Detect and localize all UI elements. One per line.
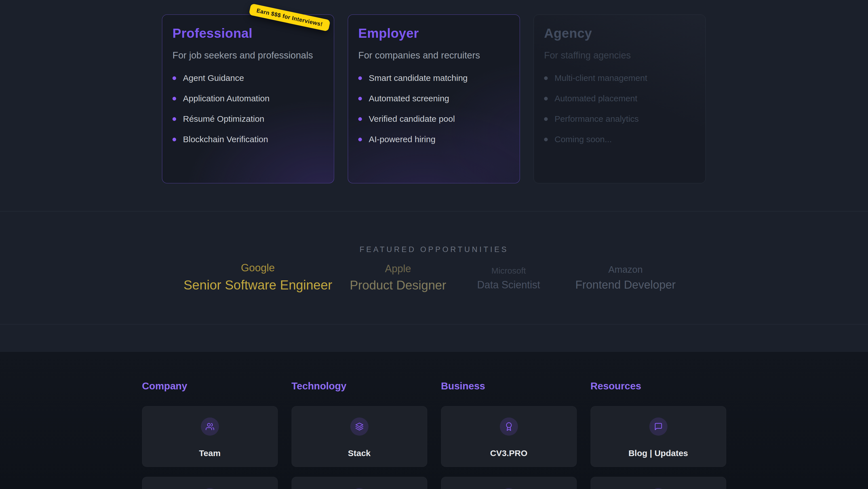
footer-column-business: Business CV3.PRO xyxy=(441,380,577,489)
plan-feature: Application Automation xyxy=(173,94,322,103)
plan-title: Employer xyxy=(358,26,508,40)
users-icon xyxy=(201,418,219,436)
bullet-dot-icon xyxy=(544,138,548,141)
footer-column-technology: Technology Stack xyxy=(291,380,427,489)
job-company: Amazon xyxy=(575,264,676,275)
plan-feature: Smart candidate matching xyxy=(358,74,508,82)
bullet-dot-icon xyxy=(358,138,362,141)
footer-heading: Resources xyxy=(591,380,726,392)
featured-job-apple[interactable]: Apple Product Designer xyxy=(350,263,446,292)
featured-job-microsoft[interactable]: Microsoft Data Scientist xyxy=(477,266,540,291)
plan-title: Professional xyxy=(173,26,322,40)
footer-card-partial[interactable] xyxy=(591,477,726,489)
bullet-dot-icon xyxy=(173,117,176,121)
job-role: Senior Software Engineer xyxy=(184,277,332,293)
site-footer: Company Team Technology Stack xyxy=(0,352,868,489)
bullet-dot-icon xyxy=(173,138,176,141)
footer-card-partial[interactable] xyxy=(142,477,278,489)
bullet-dot-icon xyxy=(544,76,548,80)
plan-feature: AI-powered hiring xyxy=(358,135,508,144)
job-role: Product Designer xyxy=(350,278,446,292)
plan-feature: Résumé Optimization xyxy=(173,115,322,123)
plan-cards-row: Professional For job seekers and profess… xyxy=(162,15,706,183)
footer-heading: Company xyxy=(142,380,278,392)
plan-feature: Verified candidate pool xyxy=(358,115,508,123)
plan-feature: Agent Guidance xyxy=(173,74,322,82)
footer-column-resources: Resources Blog | Updates xyxy=(591,380,726,489)
featured-opportunities-section: FEATURED OPPORTUNITIES Google Senior Sof… xyxy=(0,211,868,324)
bullet-dot-icon xyxy=(173,76,176,80)
plan-feature-list: Agent Guidance Application Automation Ré… xyxy=(173,74,322,144)
plan-feature: Multi-client management xyxy=(544,74,694,82)
footer-card-partial[interactable] xyxy=(291,477,427,489)
footer-column-company: Company Team xyxy=(142,380,278,489)
bullet-dot-icon xyxy=(173,97,176,100)
job-company: Google xyxy=(184,262,332,274)
job-role: Frontend Developer xyxy=(575,279,676,291)
bullet-dot-icon xyxy=(358,117,362,121)
job-company: Apple xyxy=(350,263,446,275)
plans-section: Earn $$$ for Interviews! Professional Fo… xyxy=(0,0,868,211)
plan-title: Agency xyxy=(544,26,694,40)
plan-description: For companies and recruiters xyxy=(358,50,508,61)
footer-card-blog[interactable]: Blog | Updates xyxy=(591,406,726,467)
message-square-icon xyxy=(649,418,668,436)
footer-card-label: Stack xyxy=(348,449,370,458)
award-icon xyxy=(500,418,518,436)
layers-icon xyxy=(350,418,369,436)
featured-job-google[interactable]: Google Senior Software Engineer xyxy=(184,262,332,293)
plan-feature: Coming soon... xyxy=(544,135,694,144)
footer-heading: Business xyxy=(441,380,577,392)
plan-card-agency: Agency For staffing agencies Multi-clien… xyxy=(533,15,706,183)
plan-card-employer[interactable]: Employer For companies and recruiters Sm… xyxy=(348,15,520,183)
featured-heading: FEATURED OPPORTUNITIES xyxy=(0,245,868,254)
footer-card-team[interactable]: Team xyxy=(142,406,278,467)
footer-card-label: Team xyxy=(199,449,220,458)
plan-card-professional[interactable]: Professional For job seekers and profess… xyxy=(162,15,334,183)
plan-feature: Blockchain Verification xyxy=(173,135,322,144)
footer-grid: Company Team Technology Stack xyxy=(142,380,726,489)
footer-card-label: CV3.PRO xyxy=(490,449,528,458)
plan-feature: Automated screening xyxy=(358,94,508,103)
footer-card-partial[interactable] xyxy=(441,477,577,489)
footer-card-stack[interactable]: Stack xyxy=(291,406,427,467)
job-role: Data Scientist xyxy=(477,279,540,291)
bullet-dot-icon xyxy=(544,117,548,121)
plan-feature-list: Smart candidate matching Automated scree… xyxy=(358,74,508,144)
plan-description: For staffing agencies xyxy=(544,50,694,61)
plan-feature: Performance analytics xyxy=(544,115,694,123)
footer-heading: Technology xyxy=(291,380,427,392)
footer-card-label: Blog | Updates xyxy=(628,449,688,458)
section-spacer xyxy=(0,324,868,352)
bullet-dot-icon xyxy=(358,97,362,100)
footer-card-cv3pro[interactable]: CV3.PRO xyxy=(441,406,577,467)
bullet-dot-icon xyxy=(358,76,362,80)
featured-job-amazon[interactable]: Amazon Frontend Developer xyxy=(575,264,676,291)
job-company: Microsoft xyxy=(477,266,540,276)
plan-feature: Automated placement xyxy=(544,94,694,103)
plan-description: For job seekers and professionals xyxy=(173,50,322,61)
plan-feature-list: Multi-client management Automated placem… xyxy=(544,74,694,144)
bullet-dot-icon xyxy=(544,97,548,100)
